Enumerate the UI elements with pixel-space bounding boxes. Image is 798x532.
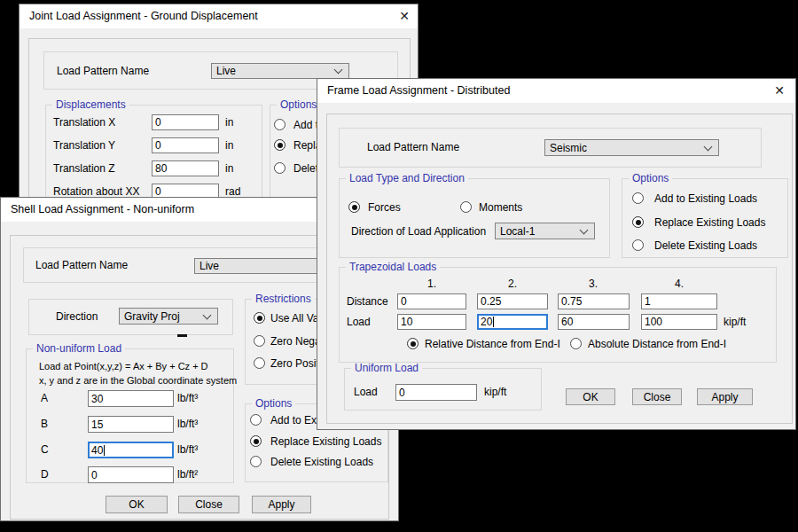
frame-load-pattern-label: Load Pattern Name (367, 141, 459, 153)
load-4-field[interactable]: 100 (641, 314, 717, 330)
nonuniform-note: x, y and z are in the Global coordinate … (39, 374, 237, 387)
chevron-down-icon (580, 225, 589, 234)
chevron-down-icon (203, 310, 212, 319)
frame-title-bar[interactable]: Frame Load Assignment - Distributed ✕ (317, 79, 795, 103)
translation-x-field[interactable]: 0 (152, 114, 219, 130)
joint-load-pattern-label: Load Pattern Name (57, 65, 149, 77)
distance-3-field[interactable]: 0.75 (558, 293, 630, 309)
zero-negative-radio[interactable] (254, 335, 265, 347)
shell-load-pattern-value: Live (200, 260, 219, 272)
load-type-group: Load Type and Direction (339, 178, 610, 258)
coef-a-label: A (41, 392, 48, 404)
distance-4-field[interactable]: 1 (641, 293, 717, 309)
use-all-values-radio[interactable] (254, 312, 265, 324)
apply-button[interactable]: Apply (252, 496, 311, 513)
joint-row-unit: in (225, 162, 233, 175)
forces-label[interactable]: Forces (368, 201, 401, 214)
shell-nonuniform-title: Non-uniform Load (33, 343, 125, 355)
joint-load-pattern-value: Live (216, 65, 236, 77)
frame-load-pattern-value: Seismic (550, 142, 587, 154)
shell-direction-label: Direction (56, 310, 98, 323)
shell-direction-select[interactable]: Gravity Proj (119, 308, 218, 325)
frame-add-radio[interactable] (632, 192, 644, 204)
nonuniform-formula: Load at Point(x,y,z) = Ax + By + Cz + D (39, 360, 208, 372)
close-button[interactable]: Close (178, 496, 239, 513)
close-button[interactable]: Close (632, 388, 682, 405)
shell-dialog-title: Shell Load Assignment - Non-uniform (11, 203, 194, 215)
shell-restrictions-title: Restrictions (252, 293, 315, 305)
load-3-field[interactable]: 60 (558, 314, 630, 330)
moments-label[interactable]: Moments (479, 201, 522, 214)
direction-of-load-select[interactable]: Local-1 (495, 223, 595, 239)
shell-delete-radio[interactable] (250, 456, 262, 467)
frame-replace-label[interactable]: Replace Existing Loads (654, 216, 765, 229)
relative-distance-radio[interactable] (407, 338, 419, 349)
coef-c-label: C (41, 443, 49, 456)
shell-direction-value: Gravity Proj (124, 310, 180, 323)
coef-b-field[interactable]: 15 (88, 416, 174, 433)
joint-dialog-title: Joint Load Assignment - Ground Displacem… (29, 10, 258, 22)
apply-button[interactable]: Apply (697, 388, 753, 405)
joint-add-radio[interactable] (274, 119, 286, 130)
joint-displacements-title: Displacements (52, 99, 129, 111)
translation-y-field[interactable]: 0 (152, 137, 219, 153)
trapezoidal-title: Trapezoidal Loads (346, 262, 440, 273)
trap-header-4: 4. (661, 278, 697, 290)
uniform-load-field[interactable]: 0 (395, 384, 477, 401)
dash-mark (177, 334, 187, 337)
frame-load-dialog: Frame Load Assignment - Distributed ✕ Lo… (317, 78, 796, 430)
coef-b-unit: lb/ft³ (177, 418, 198, 430)
frame-dialog-title: Frame Load Assignment - Distributed (327, 84, 510, 97)
translation-z-field[interactable]: 80 (152, 160, 219, 176)
trap-unit: kip/ft (724, 316, 746, 328)
shell-replace-label[interactable]: Replace Existing Loads (270, 435, 381, 448)
load-1-field[interactable]: 10 (397, 314, 466, 330)
shell-add-radio[interactable] (250, 414, 262, 426)
distance-1-field[interactable]: 0 (397, 293, 466, 309)
frame-delete-label[interactable]: Delete Existing Loads (654, 239, 757, 252)
frame-delete-radio[interactable] (632, 239, 644, 251)
coef-c-field[interactable]: 40 (88, 442, 174, 458)
load-type-title: Load Type and Direction (346, 173, 468, 184)
forces-radio[interactable] (348, 201, 360, 213)
absolute-distance-label[interactable]: Absolute Distance from End-I (588, 338, 726, 350)
uniform-load-label: Load (354, 386, 378, 398)
joint-row-label: Translation Z (53, 162, 115, 175)
load-2-field[interactable]: 20 (477, 314, 548, 330)
text-cursor (493, 317, 494, 327)
trap-header-3: 3. (575, 278, 611, 290)
relative-distance-label[interactable]: Relative Distance from End-I (425, 338, 560, 350)
joint-load-pattern-select[interactable]: Live (211, 63, 349, 79)
frame-load-pattern-select[interactable]: Seismic (544, 139, 719, 156)
joint-row-label: Translation Y (53, 139, 115, 152)
zero-positive-radio[interactable] (254, 357, 265, 369)
coef-c-unit: lb/ft³ (177, 443, 198, 456)
frame-replace-radio[interactable] (632, 216, 644, 228)
close-icon[interactable]: ✕ (396, 8, 412, 24)
joint-row-unit: in (225, 139, 233, 152)
coef-a-field[interactable]: 30 (88, 390, 174, 407)
direction-of-load-label: Direction of Load Application (351, 225, 486, 238)
coef-b-label: B (41, 418, 48, 430)
distance-2-field[interactable]: 0.25 (477, 293, 548, 309)
moments-radio[interactable] (460, 201, 472, 213)
load-row-label: Load (347, 316, 371, 328)
coef-d-label: D (41, 468, 49, 481)
frame-add-label[interactable]: Add to Existing Loads (654, 192, 757, 205)
joint-options-title: Options (277, 99, 320, 111)
absolute-distance-radio[interactable] (570, 338, 582, 349)
ok-button[interactable]: OK (566, 388, 615, 405)
shell-delete-label[interactable]: Delete Existing Loads (270, 456, 373, 468)
shell-replace-radio[interactable] (250, 435, 262, 447)
uniform-load-unit: kip/ft (484, 386, 506, 398)
joint-delete-radio[interactable] (274, 162, 286, 174)
ok-button[interactable]: OK (106, 496, 168, 513)
coef-d-field[interactable]: 0 (88, 466, 174, 483)
text-cursor (104, 445, 105, 456)
joint-title-bar[interactable]: Joint Load Assignment - Ground Displacem… (20, 4, 418, 28)
direction-of-load-value: Local-1 (500, 225, 535, 238)
joint-row-label: Rotation about XX (53, 185, 139, 198)
coef-d-unit: lb/ft² (177, 468, 198, 481)
close-icon[interactable]: ✕ (771, 82, 787, 98)
joint-replace-radio[interactable] (274, 139, 286, 151)
